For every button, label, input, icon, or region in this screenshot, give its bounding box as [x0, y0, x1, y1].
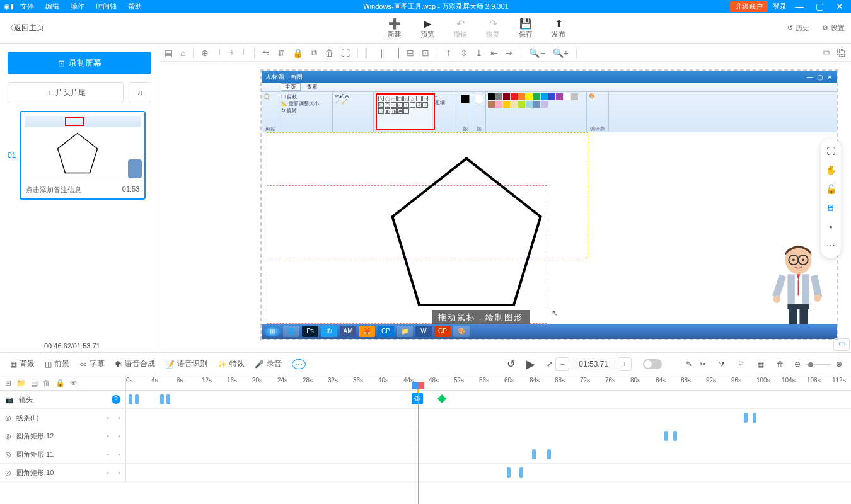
zoom-slider[interactable] — [806, 364, 831, 365]
align-left-icon[interactable]: ▏ — [366, 48, 373, 58]
align-vcenter-icon[interactable]: ⫲ — [230, 47, 233, 58]
edit-icon[interactable]: ✎ — [686, 360, 692, 369]
zoom-out-timeline[interactable]: ⊖ — [794, 360, 801, 369]
duplicate-icon[interactable]: ⿻ — [837, 48, 846, 58]
intro-outro-button[interactable]: ＋ 片头片尾 — [8, 82, 124, 103]
slide-thumbnail[interactable]: 点击添加备注信息 01:53 — [20, 111, 146, 200]
trash-icon[interactable]: 🗑 — [777, 360, 784, 369]
effects-button[interactable]: ✨特效 — [214, 356, 248, 372]
close-button[interactable]: ✕ — [832, 1, 847, 11]
filter-icon[interactable]: ⧩ — [719, 360, 725, 369]
folder-icon[interactable]: 📁 — [16, 379, 26, 387]
clip[interactable] — [744, 413, 748, 423]
collapse-icon[interactable]: ⊟ — [5, 379, 11, 387]
cut-icon[interactable]: ✂ — [700, 360, 706, 369]
background-button[interactable]: ▦背景 — [6, 356, 38, 372]
subtitle-button[interactable]: ㏄字幕 — [76, 356, 108, 372]
clip[interactable] — [673, 431, 677, 441]
menu-help[interactable]: 帮助 — [128, 2, 142, 11]
valign-top-icon[interactable]: ⤒ — [445, 48, 453, 58]
distribute-h-icon[interactable]: ⊟ — [407, 48, 414, 58]
replay-icon[interactable]: ↺ — [507, 358, 515, 370]
back-home-button[interactable]: 〈 返回主页 — [6, 23, 166, 33]
keyframe-diamond[interactable] — [437, 394, 446, 403]
audio-record-button[interactable]: 🎤录音 — [251, 356, 286, 372]
asr-button[interactable]: 📝语音识别 — [161, 356, 211, 372]
clip[interactable] — [166, 394, 170, 404]
menu-edit[interactable]: 编辑 — [45, 2, 59, 11]
undo-button[interactable]: ↶撤销 — [453, 18, 467, 39]
play-button[interactable]: ▶ — [526, 357, 535, 371]
track-content[interactable]: 镜 — [126, 391, 851, 408]
zoom-out-icon[interactable]: 🔍− — [529, 48, 545, 58]
playhead[interactable] — [418, 391, 419, 504]
minimize-button[interactable]: — — [792, 1, 807, 11]
mobile-icon[interactable]: ▪ — [830, 222, 833, 232]
preview-button[interactable]: ▶预览 — [420, 18, 434, 39]
publish-button[interactable]: ⬆发布 — [552, 18, 565, 39]
target-icon[interactable]: ⊕ — [201, 48, 209, 58]
valign-mid-icon[interactable]: ⇕ — [460, 48, 468, 58]
clip[interactable] — [532, 449, 536, 459]
distribute-v-icon[interactable]: ⊡ — [422, 48, 429, 58]
clip[interactable] — [753, 413, 756, 423]
zoom-in-timeline[interactable]: ⊕ — [836, 360, 842, 369]
paint-window[interactable]: 无标题 - 画图 — ▢ ✕ 主页 查看 📋剪贴板 ☐ 剪裁📐 重新调整大小↻ … — [260, 69, 838, 340]
track-row[interactable]: 📷镜头?镜 — [0, 391, 851, 409]
maximize-button[interactable]: ▢ — [812, 1, 827, 11]
music-button[interactable]: ♫ — [129, 82, 151, 103]
clip[interactable] — [135, 394, 139, 404]
flip-h-icon[interactable]: ⇋ — [262, 48, 270, 58]
lock-icon[interactable]: 🔒 — [292, 48, 303, 58]
paint-color-palette[interactable] — [488, 93, 582, 108]
visibility-icon[interactable]: 👁 — [70, 379, 78, 387]
fullscreen-icon[interactable]: ⛶ — [826, 146, 835, 156]
menu-timeline[interactable]: 时间轴 — [96, 2, 117, 11]
desktop-icon[interactable]: 🖥 — [826, 203, 835, 213]
ruler[interactable]: 0s4s8s12s16s20s24s28s32s36s40s44s48s52s5… — [126, 375, 851, 390]
expand-icon[interactable]: ⤢ — [547, 360, 553, 369]
hand-icon[interactable]: ✋ — [826, 165, 837, 175]
snap-toggle[interactable] — [643, 359, 662, 369]
crop-icon[interactable]: ⛶ — [341, 48, 350, 58]
trash-track-icon[interactable]: 🗑 — [43, 379, 50, 387]
track-content[interactable] — [126, 409, 851, 427]
clip[interactable] — [507, 467, 511, 478]
clip[interactable] — [664, 431, 668, 441]
valign-bot-icon[interactable]: ⤓ — [475, 48, 483, 58]
track-content[interactable] — [126, 445, 851, 463]
foreground-button[interactable]: ◫前景 — [41, 356, 73, 372]
track-content[interactable] — [126, 464, 851, 481]
history-button[interactable]: ↺历史 — [787, 23, 809, 33]
marker-icon[interactable]: ⚐ — [738, 360, 744, 369]
home-icon[interactable]: ⌂ — [180, 48, 185, 58]
halign-right-icon[interactable]: ⇥ — [506, 48, 513, 58]
preview-mode-icon[interactable]: ▭ — [833, 338, 850, 351]
clip[interactable] — [160, 394, 164, 404]
track-row[interactable]: ◎线条(L)•• — [0, 409, 851, 427]
track-row[interactable]: ◎圆角矩形 11•• — [0, 445, 851, 464]
align-center-icon[interactable]: ∥ — [380, 48, 385, 58]
paint-canvas[interactable]: ↖ 拖动鼠标，绘制图形 — [262, 132, 837, 326]
layers-icon[interactable]: ▤ — [31, 379, 38, 387]
new-button[interactable]: ➕新建 — [388, 18, 402, 39]
help-icon[interactable]: ? — [112, 395, 120, 404]
align-bottom-icon[interactable]: ⟘ — [240, 47, 246, 58]
track-row[interactable]: ◎圆角矩形 10•• — [0, 464, 851, 482]
time-decrease[interactable]: − — [555, 357, 569, 371]
upgrade-button[interactable]: 升级账户 — [730, 1, 768, 12]
clip[interactable] — [129, 394, 132, 404]
save-button[interactable]: 💾保存 — [519, 18, 533, 39]
delete-icon[interactable]: 🗑 — [325, 48, 333, 58]
clip[interactable] — [519, 467, 523, 478]
align-right-icon[interactable]: ▕ — [392, 48, 399, 58]
halign-left-icon[interactable]: ⇤ — [490, 48, 498, 58]
lock-track-icon[interactable]: 🔒 — [55, 379, 65, 387]
flip-v-icon[interactable]: ⇵ — [277, 48, 285, 58]
record-screen-button[interactable]: ⊡ 录制屏幕 — [8, 52, 151, 74]
more-button[interactable]: ⋯ — [288, 357, 310, 372]
more-icon[interactable]: ⋯ — [826, 241, 835, 251]
settings-button[interactable]: ⚙设置 — [822, 23, 845, 33]
track-content[interactable] — [126, 427, 851, 445]
login-button[interactable]: 登录 — [773, 2, 787, 11]
